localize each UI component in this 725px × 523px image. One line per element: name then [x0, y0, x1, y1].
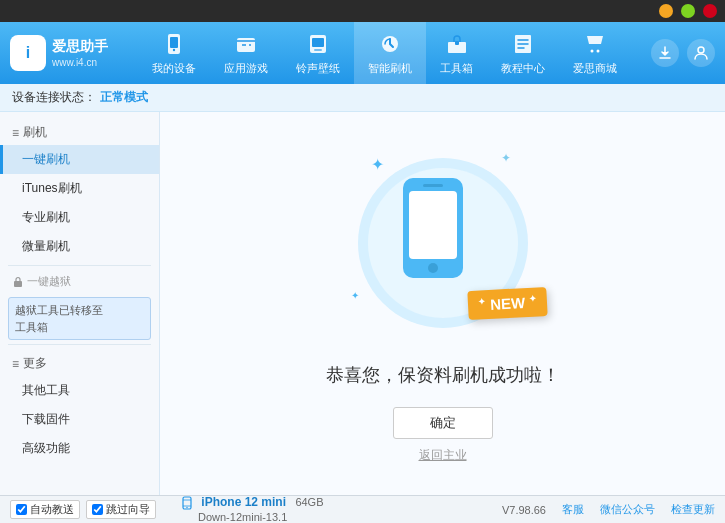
skip-wizard-checkbox[interactable]: 跳过向导 — [86, 500, 156, 519]
brand-name: 爱思助手 — [52, 37, 108, 55]
header: i 爱思助手 www.i4.cn 我的设备 应用游戏 — [0, 22, 725, 84]
svg-point-18 — [186, 507, 187, 508]
svg-rect-6 — [314, 49, 322, 51]
nav-item-shop[interactable]: 爱思商城 — [559, 22, 631, 84]
bottom-area: 自动教送 跳过向导 iPhone 12 mini 64GB Down-12min… — [0, 495, 725, 523]
svg-rect-5 — [312, 38, 324, 47]
download-button[interactable] — [651, 39, 679, 67]
new-badge: ✦ NEW ✦ — [467, 287, 548, 320]
skip-wizard-label: 跳过向导 — [106, 502, 150, 517]
logo-text: 爱思助手 www.i4.cn — [52, 37, 108, 68]
tutorial-icon — [509, 30, 537, 58]
nav-label-toolbox: 工具箱 — [440, 61, 473, 76]
svg-point-11 — [591, 50, 594, 53]
auto-send-checkbox[interactable]: 自动教送 — [10, 500, 80, 519]
sidebar-item-advanced[interactable]: 高级功能 — [0, 434, 159, 463]
apps-games-icon — [232, 30, 260, 58]
logo-icon: i — [10, 35, 46, 71]
svg-rect-14 — [14, 281, 22, 287]
device-info: iPhone 12 mini 64GB Down-12mini-13.1 — [170, 495, 502, 523]
status-value: 正常模式 — [100, 89, 148, 106]
sidebar-locked-jailbreak: 一键越狱 — [0, 270, 159, 293]
nav-label-smart-flash: 智能刷机 — [368, 61, 412, 76]
nav-label-my-device: 我的设备 — [152, 61, 196, 76]
nav-item-my-device[interactable]: 我的设备 — [138, 22, 210, 84]
device-firmware: Down-12mini-13.1 — [198, 511, 287, 523]
success-illustration: ✦ NEW ✦ ✦ ✦ ✦ — [343, 143, 543, 343]
nav-item-tutorial[interactable]: 教程中心 — [487, 22, 559, 84]
svg-rect-1 — [170, 37, 178, 48]
auto-send-label: 自动教送 — [30, 502, 74, 517]
brand-url: www.i4.cn — [52, 56, 108, 69]
nav-label-apps-games: 应用游戏 — [224, 61, 268, 76]
sidebar-item-pro-flash[interactable]: 专业刷机 — [0, 203, 159, 232]
nav-label-ringtones: 铃声壁纸 — [296, 61, 340, 76]
smart-flash-icon — [376, 30, 404, 58]
sparkle-2-icon: ✦ — [501, 151, 511, 165]
svg-rect-3 — [237, 38, 255, 52]
svg-point-12 — [597, 50, 600, 53]
maximize-button[interactable] — [681, 4, 695, 18]
sidebar-section-more: ≡ 更多 — [0, 349, 159, 376]
sidebar-item-micro-flash[interactable]: 微量刷机 — [0, 232, 159, 261]
nav-item-ringtones[interactable]: 铃声壁纸 — [282, 22, 354, 84]
more-section-label: 更多 — [23, 355, 47, 372]
confirm-button[interactable]: 确定 — [393, 407, 493, 439]
minimize-button[interactable] — [659, 4, 673, 18]
nav-label-shop: 爱思商城 — [573, 61, 617, 76]
nav-item-toolbox[interactable]: 工具箱 — [426, 22, 487, 84]
sidebar-item-itunes-flash[interactable]: iTunes刷机 — [0, 174, 159, 203]
main-layout: ≡ 刷机 一键刷机 iTunes刷机 专业刷机 微量刷机 一键越狱 越 — [0, 112, 725, 495]
jailbreak-label: 一键越狱 — [27, 274, 71, 289]
svg-rect-9 — [455, 41, 459, 45]
bottom-checkboxes: 自动教送 跳过向导 — [10, 500, 170, 519]
sparkle-1-icon: ✦ — [371, 155, 384, 174]
bottom-right: V7.98.66 客服 微信公众号 检查更新 — [502, 502, 715, 517]
sidebar-section-flash: ≡ 刷机 — [0, 118, 159, 145]
sidebar-item-other-tools[interactable]: 其他工具 — [0, 376, 159, 405]
sparkle-3-icon: ✦ — [351, 290, 359, 301]
my-device-icon — [160, 30, 188, 58]
support-link[interactable]: 客服 — [562, 502, 584, 517]
device-name: iPhone 12 mini — [201, 495, 286, 509]
skip-wizard-input[interactable] — [92, 504, 103, 515]
title-bar — [0, 0, 725, 22]
sidebar: ≡ 刷机 一键刷机 iTunes刷机 专业刷机 微量刷机 一键越狱 越 — [0, 112, 160, 495]
nav-bar: 我的设备 应用游戏 铃声壁纸 智能刷机 — [128, 22, 641, 84]
back-link[interactable]: 返回主业 — [419, 447, 467, 464]
sidebar-divider-1 — [8, 265, 151, 266]
update-link[interactable]: 检查更新 — [671, 502, 715, 517]
version-label: V7.98.66 — [502, 504, 546, 516]
device-icon — [180, 496, 194, 510]
svg-point-2 — [173, 49, 175, 51]
header-right — [651, 39, 715, 67]
auto-send-input[interactable] — [16, 504, 27, 515]
more-section-icon: ≡ — [12, 357, 19, 371]
flash-section-icon: ≡ — [12, 126, 19, 140]
content-area: ✦ NEW ✦ ✦ ✦ ✦ 恭喜您，保资料刷机成功啦！ 确定 返回主业 — [160, 112, 725, 495]
sidebar-item-one-click-flash[interactable]: 一键刷机 — [0, 145, 159, 174]
nav-label-tutorial: 教程中心 — [501, 61, 545, 76]
user-button[interactable] — [687, 39, 715, 67]
ringtones-icon — [304, 30, 332, 58]
sidebar-item-download-firmware[interactable]: 下载固件 — [0, 405, 159, 434]
success-message: 恭喜您，保资料刷机成功啦！ — [326, 363, 560, 387]
close-button[interactable] — [703, 4, 717, 18]
device-storage: 64GB — [295, 496, 323, 508]
nav-item-apps-games[interactable]: 应用游戏 — [210, 22, 282, 84]
nav-item-smart-flash[interactable]: 智能刷机 — [354, 22, 426, 84]
status-label: 设备连接状态： — [12, 89, 96, 106]
toolbox-icon — [443, 30, 471, 58]
svg-point-13 — [698, 47, 704, 53]
flash-section-label: 刷机 — [23, 124, 47, 141]
sidebar-divider-2 — [8, 344, 151, 345]
sidebar-note-jailbreak: 越狱工具已转移至工具箱 — [8, 297, 151, 340]
wechat-link[interactable]: 微信公众号 — [600, 502, 655, 517]
status-bar: 设备连接状态： 正常模式 — [0, 84, 725, 112]
bottom-bar: 自动教送 跳过向导 iPhone 12 mini 64GB Down-12min… — [0, 495, 725, 523]
shop-icon — [581, 30, 609, 58]
logo-area: i 爱思助手 www.i4.cn — [10, 35, 108, 71]
